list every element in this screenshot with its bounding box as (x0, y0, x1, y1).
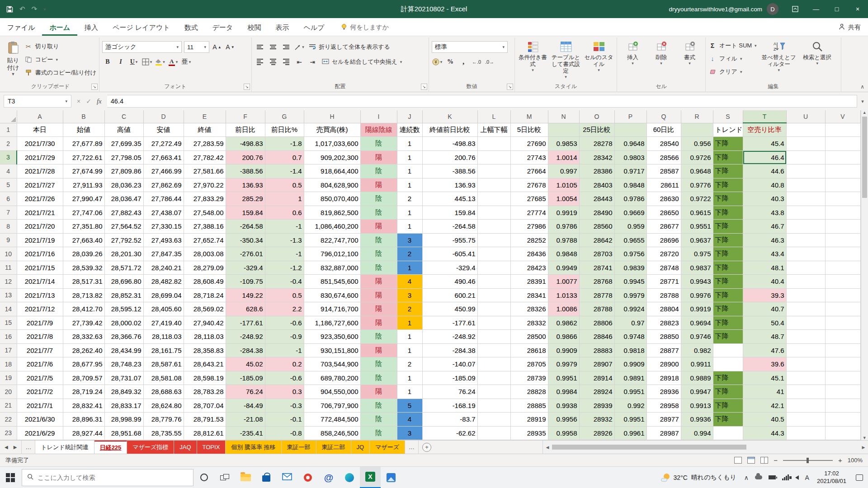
cell-J9[interactable]: 3 (397, 233, 422, 247)
column-header-G[interactable]: G (265, 110, 304, 123)
cell-J8[interactable]: 1 (397, 220, 422, 234)
cell-T16[interactable]: 48.7 (743, 330, 786, 344)
cell-A22[interactable]: 2021/6/30 (17, 413, 63, 427)
column-header-K[interactable]: K (422, 110, 477, 123)
ribbon-display-options-icon[interactable] (785, 0, 806, 18)
cell-H15[interactable]: 1,186,727,600 (304, 316, 360, 330)
redo-icon[interactable]: ↷ (32, 5, 38, 13)
cell-J11[interactable]: 1 (397, 261, 422, 275)
cell-M22[interactable]: 28919 (510, 413, 548, 427)
cell-K23[interactable]: -62.62 (422, 426, 477, 440)
cell-D3[interactable]: 27,663.41 (143, 150, 184, 164)
cell-R1[interactable] (681, 123, 713, 137)
italic-button[interactable]: I (115, 56, 126, 68)
column-header-D[interactable]: D (143, 110, 184, 123)
cell-F15[interactable]: -177.61 (226, 316, 265, 330)
cell-U22[interactable] (786, 413, 825, 427)
cell-E6[interactable]: 27,833.29 (184, 192, 226, 206)
row-header-21[interactable]: 21 (0, 399, 17, 413)
cell-Q23[interactable]: 28987 (646, 426, 681, 440)
cell-G3[interactable]: 0.7 (265, 150, 304, 164)
cell-F7[interactable]: 159.84 (226, 206, 265, 220)
cell-S19[interactable]: 下降 (713, 371, 743, 385)
cell-D12[interactable]: 28,482.82 (143, 275, 184, 289)
cell-V4[interactable] (825, 164, 860, 178)
cell-L1[interactable]: 上幅下幅 (477, 123, 510, 137)
cell-A11[interactable]: 2021/7/15 (17, 261, 63, 275)
cell-A21[interactable]: 2021/7/1 (17, 399, 63, 413)
cell-S2[interactable]: 下降 (713, 137, 743, 151)
cell-M12[interactable]: 28391 (510, 275, 548, 289)
cell-L8[interactable] (477, 220, 510, 234)
cell-B14[interactable]: 28,412.70 (63, 302, 104, 316)
cell-B7[interactable]: 27,747.06 (63, 206, 104, 220)
cell-M2[interactable]: 27690 (510, 137, 548, 151)
cell-E13[interactable]: 28,718.24 (184, 288, 226, 302)
cut-button[interactable]: ✂切り取り (24, 41, 96, 52)
column-header-V[interactable]: V (825, 110, 860, 123)
photos-button[interactable] (381, 467, 401, 488)
cell-D18[interactable]: 28,587.61 (143, 357, 184, 371)
share-button[interactable]: 共有 (839, 19, 861, 36)
cell-V23[interactable] (825, 426, 860, 440)
cell-J21[interactable]: 5 (397, 399, 422, 413)
cell-V22[interactable] (825, 413, 860, 427)
cell-A5[interactable]: 2021/7/27 (17, 178, 63, 192)
cell-I17[interactable]: 陽 (360, 343, 397, 357)
cell-V6[interactable] (825, 192, 860, 206)
cell-J6[interactable]: 2 (397, 192, 422, 206)
sheet-scroll-right-icon[interactable]: ▶ (14, 445, 17, 450)
borders-icon[interactable]: ▾ (142, 56, 152, 68)
cell-S18[interactable] (713, 357, 743, 371)
cell-S23[interactable] (713, 426, 743, 440)
cell-O4[interactable]: 28386 (579, 164, 614, 178)
cell-B2[interactable]: 27,677.89 (63, 137, 104, 151)
cell-E10[interactable]: 28,003.08 (184, 247, 226, 261)
cell-T19[interactable]: 45.1 (743, 371, 786, 385)
cell-K9[interactable]: -955.75 (422, 233, 477, 247)
cell-B21[interactable]: 28,832.41 (63, 399, 104, 413)
cell-R19[interactable]: 0.9889 (681, 371, 713, 385)
cell-C16[interactable]: 28,366.76 (104, 330, 143, 344)
number-dialog-launcher-icon[interactable]: ↘ (507, 84, 513, 90)
cell-F9[interactable]: -350.34 (226, 233, 265, 247)
cell-T7[interactable]: 43.8 (743, 206, 786, 220)
expand-formula-bar-icon[interactable]: ▾ (857, 99, 868, 104)
cell-R11[interactable]: 0.9837 (681, 261, 713, 275)
cell-G10[interactable]: -1 (265, 247, 304, 261)
cell-L12[interactable] (477, 275, 510, 289)
cell-S21[interactable]: 下降 (713, 399, 743, 413)
cell-B23[interactable]: 28,927.44 (63, 426, 104, 440)
cell-C17[interactable]: 28,434.99 (104, 343, 143, 357)
cell-U17[interactable] (786, 343, 825, 357)
cell-H3[interactable]: 909,202,300 (304, 150, 360, 164)
cell-H1[interactable]: 売買高(株) (304, 123, 360, 137)
start-button[interactable] (0, 467, 21, 488)
sheet-tab-JAQ[interactable]: JAQ (174, 441, 197, 454)
cell-L22[interactable] (477, 413, 510, 427)
align-top-icon[interactable] (255, 41, 265, 53)
cell-S14[interactable]: 下降 (713, 302, 743, 316)
cell-J16[interactable]: 1 (397, 330, 422, 344)
cell-A4[interactable]: 2021/7/28 (17, 164, 63, 178)
cell-V2[interactable] (825, 137, 860, 151)
column-header-J[interactable]: J (397, 110, 422, 123)
zoom-level[interactable]: 100% (848, 457, 863, 464)
cell-O7[interactable]: 28490 (579, 206, 614, 220)
cell-J7[interactable]: 1 (397, 206, 422, 220)
cell-B6[interactable]: 27,990.47 (63, 192, 104, 206)
cell-P15[interactable]: 0.97 (614, 316, 646, 330)
cell-U4[interactable] (786, 164, 825, 178)
cell-I2[interactable]: 陰 (360, 137, 397, 151)
copy-button[interactable]: コピー▾ (24, 54, 96, 65)
insert-cells-button[interactable]: 挿入▾ (620, 38, 646, 66)
cell-I21[interactable]: 陰 (360, 399, 397, 413)
cell-I16[interactable]: 陰 (360, 330, 397, 344)
cell-K4[interactable]: -388.56 (422, 164, 477, 178)
cell-R7[interactable]: 0.9615 (681, 206, 713, 220)
minimize-button[interactable]: — (806, 0, 826, 18)
cell-K3[interactable]: 200.76 (422, 150, 477, 164)
cell-M8[interactable]: 27986 (510, 220, 548, 234)
cell-U19[interactable] (786, 371, 825, 385)
cell-K6[interactable]: 445.13 (422, 192, 477, 206)
